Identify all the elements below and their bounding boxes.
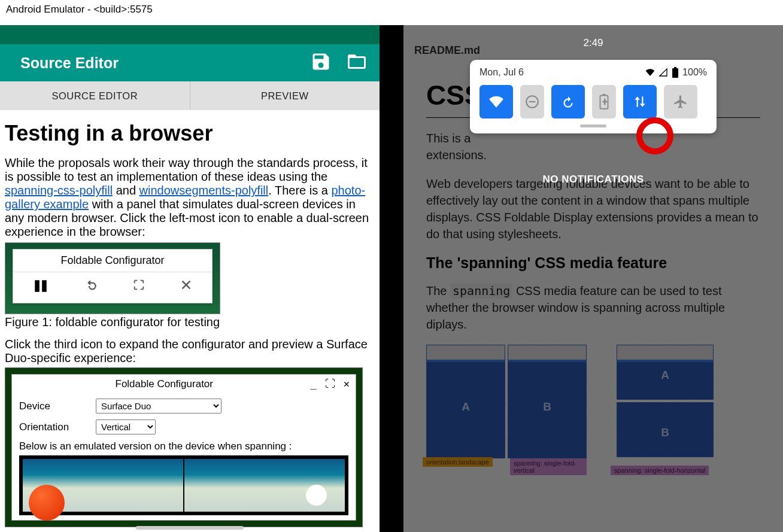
- qs-battery-saver-tile[interactable]: [592, 85, 616, 118]
- figure-2-title: Foldable Configurator: [18, 378, 311, 390]
- svg-rect-0: [35, 280, 40, 292]
- qs-rotate-tile[interactable]: [551, 85, 585, 118]
- close-icon: [180, 278, 193, 297]
- svg-rect-3: [674, 67, 676, 68]
- paragraph-1: While the proposals work their way throu…: [5, 156, 375, 239]
- figure-1-title: Foldable Configurator: [13, 250, 212, 272]
- svg-rect-7: [602, 94, 605, 96]
- tab-bar: SOURCE EDITOR PREVIEW: [0, 81, 380, 110]
- qs-dnd-tile[interactable]: [520, 85, 544, 118]
- app-bar: Source Editor: [0, 44, 380, 81]
- device-select[interactable]: Surface Duo: [96, 399, 221, 414]
- no-notifications-label: NO NOTIFICATIONS: [542, 174, 644, 186]
- wifi-status-icon: [645, 68, 655, 77]
- left-screen: Source Editor SOURCE EDITOR PREVIEW Test…: [0, 25, 380, 532]
- signal-status-icon: [658, 68, 668, 77]
- page-heading: Testing in a browser: [5, 121, 375, 145]
- navigation-pill-left[interactable]: [136, 526, 244, 530]
- device-label: Device: [19, 400, 79, 412]
- qs-wifi-tile[interactable]: [479, 85, 513, 118]
- battery-status-icon: [672, 67, 679, 78]
- paragraph-2: Click the third icon to expand the confi…: [5, 338, 375, 365]
- qs-data-tile[interactable]: [623, 85, 657, 118]
- emulated-device: [19, 455, 348, 515]
- orientation-label: Orientation: [19, 421, 79, 433]
- link-windowsegments-polyfill[interactable]: windowsegments-polyfill: [139, 184, 269, 197]
- figure-2-below-text: Below is an emulated version on the devi…: [19, 440, 348, 452]
- app-title: Source Editor: [20, 54, 119, 72]
- device-hinge: [380, 25, 403, 532]
- open-folder-icon[interactable]: [345, 51, 369, 75]
- figure-1-caption: Figure 1: foldable configurator for test…: [5, 315, 375, 329]
- qs-drag-handle[interactable]: [580, 124, 606, 127]
- save-icon[interactable]: [310, 51, 332, 75]
- tab-preview[interactable]: PREVIEW: [190, 81, 380, 110]
- figure-2: Foldable Configurator _⛶✕ Device Surface…: [5, 367, 363, 527]
- expand-icon: [132, 278, 145, 297]
- quick-settings-panel[interactable]: Mon, Jul 6 100%: [470, 60, 717, 133]
- figure-1: Foldable Configurator: [5, 242, 220, 314]
- dual-screen-icon: [33, 278, 48, 297]
- svg-rect-5: [529, 101, 536, 102]
- svg-rect-2: [672, 68, 678, 78]
- right-screen: README.md CSS This is aextensions. Web d…: [403, 25, 783, 532]
- qs-date: Mon, Jul 6: [479, 67, 524, 78]
- emulator-frame: Source Editor SOURCE EDITOR PREVIEW Test…: [0, 25, 783, 532]
- tab-source-editor[interactable]: SOURCE EDITOR: [0, 81, 190, 110]
- rotate-icon: [83, 278, 98, 297]
- figure-1-panel: Foldable Configurator: [13, 249, 213, 303]
- preview-content[interactable]: Testing in a browser While the proposals…: [0, 110, 380, 531]
- qs-airplane-tile[interactable]: [664, 85, 697, 118]
- link-spanning-polyfill[interactable]: spanning-css-polyfill: [5, 184, 113, 197]
- figure-2-window-controls: _⛶✕: [311, 378, 350, 390]
- qs-status-icons: 100%: [645, 67, 707, 78]
- window-title: Android Emulator - <build>:5575: [0, 0, 783, 22]
- svg-rect-1: [42, 280, 47, 292]
- orientation-select[interactable]: Vertical: [96, 419, 156, 434]
- status-bar-left: [0, 25, 380, 44]
- status-time: 2:49: [583, 37, 603, 49]
